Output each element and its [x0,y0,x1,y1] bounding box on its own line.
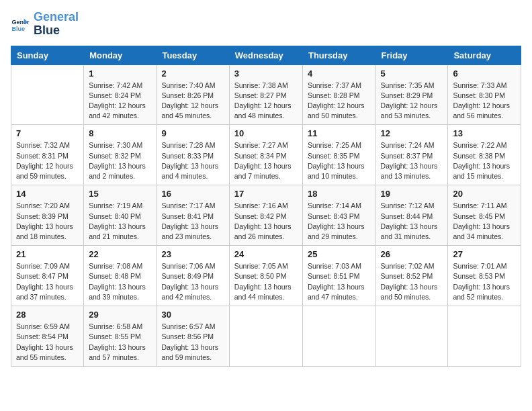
svg-text:Blue: Blue [11,26,25,32]
day-info: Sunrise: 7:08 AMSunset: 8:48 PMDaylight:… [89,261,151,302]
week-row-1: 1Sunrise: 7:42 AMSunset: 8:24 PMDaylight… [11,64,521,125]
day-info: Sunrise: 7:35 AMSunset: 8:29 PMDaylight:… [381,81,443,122]
calendar-cell: 6Sunrise: 7:33 AMSunset: 8:30 PMDaylight… [448,64,521,125]
day-number: 21 [16,249,79,259]
weekday-header-tuesday: Tuesday [157,46,229,64]
day-number: 20 [453,189,516,199]
calendar-cell: 4Sunrise: 7:37 AMSunset: 8:28 PMDaylight… [302,64,375,125]
day-number: 2 [161,68,224,79]
calendar-cell: 23Sunrise: 7:06 AMSunset: 8:49 PMDayligh… [157,246,229,306]
day-info: Sunrise: 7:37 AMSunset: 8:28 PMDaylight:… [308,81,371,122]
day-info: Sunrise: 7:22 AMSunset: 8:38 PMDaylight:… [453,140,516,181]
day-info: Sunrise: 6:59 AMSunset: 8:54 PMDaylight:… [16,322,79,363]
calendar-cell: 22Sunrise: 7:08 AMSunset: 8:48 PMDayligh… [84,246,157,306]
day-info: Sunrise: 7:02 AMSunset: 8:52 PMDaylight:… [381,261,443,302]
day-info: Sunrise: 6:58 AMSunset: 8:55 PMDaylight:… [89,322,151,363]
day-number: 11 [308,128,371,138]
page-header: General Blue General Blue [11,11,521,38]
day-info: Sunrise: 7:25 AMSunset: 8:35 PMDaylight:… [308,140,371,181]
day-info: Sunrise: 7:01 AMSunset: 8:53 PMDaylight:… [453,261,516,302]
calendar-cell: 5Sunrise: 7:35 AMSunset: 8:29 PMDaylight… [375,64,448,125]
weekday-header-saturday: Saturday [448,46,521,64]
day-info: Sunrise: 7:16 AMSunset: 8:42 PMDaylight:… [234,201,298,242]
day-info: Sunrise: 7:33 AMSunset: 8:30 PMDaylight:… [453,81,516,122]
day-info: Sunrise: 7:09 AMSunset: 8:47 PMDaylight:… [16,261,79,302]
day-number: 9 [161,128,224,138]
weekday-header-friday: Friday [375,46,448,64]
day-number: 26 [381,249,443,259]
weekday-header-wednesday: Wednesday [229,46,302,64]
day-info: Sunrise: 7:32 AMSunset: 8:31 PMDaylight:… [16,140,79,181]
day-info: Sunrise: 7:27 AMSunset: 8:34 PMDaylight:… [234,140,298,181]
day-info: Sunrise: 7:30 AMSunset: 8:32 PMDaylight:… [89,140,151,181]
day-number: 14 [16,189,79,199]
week-row-4: 21Sunrise: 7:09 AMSunset: 8:47 PMDayligh… [11,246,521,306]
calendar-cell: 27Sunrise: 7:01 AMSunset: 8:53 PMDayligh… [448,246,521,306]
calendar-cell: 8Sunrise: 7:30 AMSunset: 8:32 PMDaylight… [84,125,157,185]
calendar-cell: 14Sunrise: 7:20 AMSunset: 8:39 PMDayligh… [11,185,84,246]
calendar-table: SundayMondayTuesdayWednesdayThursdayFrid… [11,46,521,367]
weekday-header-sunday: Sunday [11,46,84,64]
weekday-header-thursday: Thursday [302,46,375,64]
weekday-header-row: SundayMondayTuesdayWednesdayThursdayFrid… [11,46,521,64]
calendar-cell: 10Sunrise: 7:27 AMSunset: 8:34 PMDayligh… [229,125,302,185]
day-number: 22 [89,249,151,259]
calendar-cell: 7Sunrise: 7:32 AMSunset: 8:31 PMDaylight… [11,125,84,185]
day-info: Sunrise: 7:28 AMSunset: 8:33 PMDaylight:… [161,140,224,181]
calendar-cell: 13Sunrise: 7:22 AMSunset: 8:38 PMDayligh… [448,125,521,185]
calendar-cell: 19Sunrise: 7:12 AMSunset: 8:44 PMDayligh… [375,185,448,246]
calendar-cell: 25Sunrise: 7:03 AMSunset: 8:51 PMDayligh… [302,246,375,306]
day-number: 13 [453,128,516,138]
day-number: 25 [308,249,371,259]
day-info: Sunrise: 7:38 AMSunset: 8:27 PMDaylight:… [234,81,298,122]
day-number: 17 [234,189,298,199]
day-info: Sunrise: 7:12 AMSunset: 8:44 PMDaylight:… [381,201,443,242]
day-number: 16 [161,189,224,199]
day-number: 23 [161,249,224,259]
day-number: 18 [308,189,371,199]
calendar-cell: 20Sunrise: 7:11 AMSunset: 8:45 PMDayligh… [448,185,521,246]
day-info: Sunrise: 7:40 AMSunset: 8:26 PMDaylight:… [161,81,224,122]
day-number: 3 [234,68,298,79]
calendar-cell: 15Sunrise: 7:19 AMSunset: 8:40 PMDayligh… [84,185,157,246]
calendar-cell: 28Sunrise: 6:59 AMSunset: 8:54 PMDayligh… [11,306,84,367]
calendar-cell: 9Sunrise: 7:28 AMSunset: 8:33 PMDaylight… [157,125,229,185]
week-row-5: 28Sunrise: 6:59 AMSunset: 8:54 PMDayligh… [11,306,521,367]
logo-text-line2: Blue [34,24,79,38]
week-row-3: 14Sunrise: 7:20 AMSunset: 8:39 PMDayligh… [11,185,521,246]
calendar-cell: 1Sunrise: 7:42 AMSunset: 8:24 PMDaylight… [84,64,157,125]
logo-icon: General Blue [11,15,30,34]
day-info: Sunrise: 7:24 AMSunset: 8:37 PMDaylight:… [381,140,443,181]
day-info: Sunrise: 7:14 AMSunset: 8:43 PMDaylight:… [308,201,371,242]
day-number: 4 [308,68,371,79]
day-info: Sunrise: 7:11 AMSunset: 8:45 PMDaylight:… [453,201,516,242]
day-number: 1 [89,68,151,79]
day-number: 7 [16,128,79,138]
calendar-cell: 3Sunrise: 7:38 AMSunset: 8:27 PMDaylight… [229,64,302,125]
day-info: Sunrise: 7:06 AMSunset: 8:49 PMDaylight:… [161,261,224,302]
logo: General Blue General Blue [11,11,79,38]
day-number: 5 [381,68,443,79]
day-info: Sunrise: 7:17 AMSunset: 8:41 PMDaylight:… [161,201,224,242]
calendar-cell [375,306,448,367]
calendar-cell [302,306,375,367]
day-number: 15 [89,189,151,199]
weekday-header-monday: Monday [84,46,157,64]
calendar-cell: 18Sunrise: 7:14 AMSunset: 8:43 PMDayligh… [302,185,375,246]
day-number: 29 [89,310,151,320]
calendar-cell: 21Sunrise: 7:09 AMSunset: 8:47 PMDayligh… [11,246,84,306]
calendar-cell: 24Sunrise: 7:05 AMSunset: 8:50 PMDayligh… [229,246,302,306]
day-number: 30 [161,310,224,320]
day-number: 19 [381,189,443,199]
calendar-cell [448,306,521,367]
day-number: 28 [16,310,79,320]
calendar-cell [229,306,302,367]
calendar-cell: 29Sunrise: 6:58 AMSunset: 8:55 PMDayligh… [84,306,157,367]
calendar-cell: 16Sunrise: 7:17 AMSunset: 8:41 PMDayligh… [157,185,229,246]
calendar-cell: 12Sunrise: 7:24 AMSunset: 8:37 PMDayligh… [375,125,448,185]
day-info: Sunrise: 7:05 AMSunset: 8:50 PMDaylight:… [234,261,298,302]
logo-text-line1: General [34,11,79,24]
calendar-cell: 30Sunrise: 6:57 AMSunset: 8:56 PMDayligh… [157,306,229,367]
calendar-cell: 2Sunrise: 7:40 AMSunset: 8:26 PMDaylight… [157,64,229,125]
calendar-cell: 17Sunrise: 7:16 AMSunset: 8:42 PMDayligh… [229,185,302,246]
